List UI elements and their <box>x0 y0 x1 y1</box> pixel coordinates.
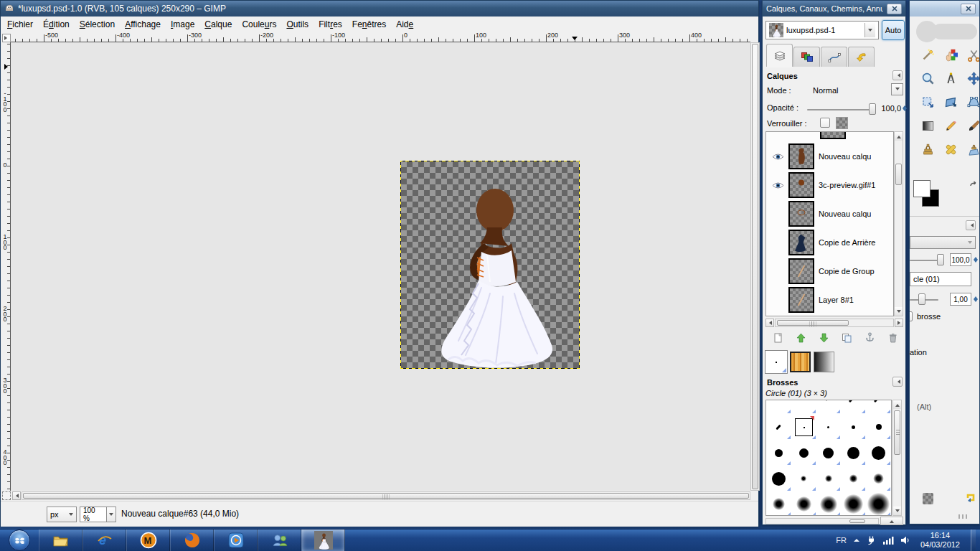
brushes-v-scrollbar-thumb[interactable] <box>894 410 900 455</box>
taskbar-app-gimp-doll[interactable] <box>301 529 345 551</box>
layer-row[interactable]: Nouveau calqu <box>767 199 892 228</box>
zoom-input[interactable]: 100 % <box>80 507 107 522</box>
dock-title-bar[interactable]: Calques, Canaux, Chemins, Annul... <box>763 1 905 17</box>
tool-perspective[interactable] <box>963 93 980 111</box>
canvas-h-scrollbar[interactable] <box>22 491 750 500</box>
layer-row[interactable]: Copie de Group <box>767 257 892 286</box>
tool-options-collapse-button[interactable] <box>966 220 976 230</box>
layer-row[interactable]: 3c-preview.gif#1 <box>767 171 892 199</box>
tool-crop[interactable] <box>941 93 961 111</box>
brush-cell[interactable] <box>866 414 891 440</box>
lock-alpha-icon[interactable] <box>836 117 848 129</box>
menu-outils[interactable]: Outils <box>281 18 314 31</box>
brush-cell[interactable] <box>791 491 816 516</box>
layer-visible-eye-icon[interactable] <box>767 153 788 161</box>
delete-layer-button[interactable] <box>883 330 902 346</box>
brush-cell[interactable] <box>766 440 791 466</box>
layers-tab[interactable] <box>766 44 793 67</box>
layers-collapse-button[interactable] <box>892 70 903 80</box>
history-tab[interactable] <box>848 47 875 67</box>
brush-cell[interactable] <box>841 414 866 440</box>
brush-cell[interactable] <box>791 400 816 414</box>
brushes-grid[interactable] <box>765 400 892 516</box>
menu-fichier[interactable]: Fichier <box>2 18 38 31</box>
toolbox-close-button[interactable] <box>961 4 976 14</box>
layer-thumbnail[interactable] <box>788 287 814 313</box>
tool-zoom[interactable] <box>918 69 938 88</box>
layer-row[interactable]: Copie de Arrière <box>767 228 892 257</box>
taskbar-app-firefox[interactable] <box>170 529 214 551</box>
tool-opacity-value-box[interactable]: 100,0 <box>950 253 971 266</box>
tool-scale-slider-thumb[interactable] <box>918 293 925 305</box>
layers-h-scroll-right[interactable] <box>895 319 903 327</box>
image-canvas[interactable] <box>400 161 580 369</box>
menu-selection[interactable]: Sélection <box>75 18 120 31</box>
clipped-checkbox-1[interactable] <box>909 311 913 321</box>
duplicate-layer-button[interactable] <box>837 330 856 346</box>
unit-select[interactable]: px <box>47 507 77 522</box>
show-desktop-button[interactable] <box>971 529 976 551</box>
resize-grip[interactable] <box>958 514 969 519</box>
network-signal-icon[interactable] <box>883 536 894 545</box>
brushes-collapse-button[interactable] <box>892 377 903 387</box>
toolbox-title-bar[interactable] <box>910 1 979 17</box>
menu-filtres[interactable]: Filtres <box>314 18 347 31</box>
layers-v-scrollbar[interactable] <box>894 131 903 316</box>
tool-gradient[interactable] <box>918 116 938 135</box>
channels-tab[interactable] <box>793 47 820 67</box>
tool-select-by-color[interactable] <box>941 45 961 64</box>
menu-image[interactable]: Image <box>166 18 199 31</box>
power-plug-icon[interactable] <box>867 535 877 545</box>
layers-list[interactable]: Nouveau calqu3c-preview.gif#1Nouveau cal… <box>765 131 894 316</box>
tool-options-mode-dropdown[interactable] <box>910 236 976 249</box>
lock-checkbox[interactable] <box>820 118 830 128</box>
canvas-h-scrollbar-thumb[interactable] <box>23 493 749 499</box>
brush-cell[interactable] <box>766 414 791 440</box>
raise-layer-button[interactable] <box>791 330 810 346</box>
layers-v-scrollbar-thumb[interactable] <box>895 164 902 185</box>
quickmask-toggle[interactable] <box>2 491 11 500</box>
layer-row[interactable]: Layer 8#1 <box>767 286 892 314</box>
tool-align[interactable] <box>918 93 938 111</box>
opacity-spinner[interactable] <box>901 102 908 115</box>
menu-couleurs[interactable]: Couleurs <box>237 18 281 31</box>
brushes-v-scrollbar[interactable] <box>892 400 902 516</box>
gradient-preview-tab[interactable] <box>814 352 834 372</box>
brush-cell[interactable] <box>841 466 866 491</box>
canvas-viewport[interactable] <box>11 42 750 491</box>
brush-cell[interactable] <box>766 466 791 491</box>
auto-button[interactable]: Auto <box>882 20 905 40</box>
tool-pencil[interactable] <box>941 116 961 135</box>
swap-colors-icon[interactable] <box>969 180 978 189</box>
taskbar-app-megaupload[interactable]: M <box>126 529 170 551</box>
menu-fenetres[interactable]: Fenêtres <box>347 18 391 31</box>
tool-scissors[interactable] <box>963 45 980 64</box>
taskbar-app-messenger[interactable] <box>258 529 301 551</box>
tool-opacity-spinner[interactable] <box>972 253 979 266</box>
brush-cell[interactable] <box>866 400 891 414</box>
brush-cell[interactable] <box>791 466 816 491</box>
image-selector-dropdown[interactable] <box>864 23 875 37</box>
tool-move[interactable] <box>963 69 980 88</box>
layer-thumbnail[interactable] <box>788 143 814 169</box>
canvas-h-scroll-left-button[interactable] <box>12 491 21 500</box>
brush-cell[interactable] <box>791 440 816 466</box>
brush-cell[interactable] <box>816 466 842 491</box>
menu-affichage[interactable]: Affichage <box>120 18 166 31</box>
layer-thumbnail[interactable] <box>788 258 814 284</box>
tool-heal[interactable] <box>941 140 961 159</box>
anchor-layer-button[interactable] <box>860 330 879 346</box>
tool-magic-wand[interactable] <box>918 45 938 64</box>
zoom-dropdown-button[interactable] <box>106 507 116 522</box>
brush-cell[interactable] <box>866 491 891 516</box>
tool-clone[interactable] <box>918 140 938 159</box>
image-selector-combo[interactable]: luxupsd.psd-1 <box>765 21 879 39</box>
new-layer-button[interactable] <box>768 330 787 346</box>
taskbar-app-internet-explorer[interactable]: e <box>83 529 126 551</box>
canvas-v-scrollbar[interactable] <box>750 42 760 491</box>
delete-options-icon[interactable] <box>923 493 933 504</box>
tool-measure[interactable] <box>941 69 961 88</box>
brush-cell[interactable] <box>791 414 816 440</box>
tool-opacity-slider-thumb[interactable] <box>937 254 944 265</box>
start-button[interactable] <box>0 529 39 551</box>
